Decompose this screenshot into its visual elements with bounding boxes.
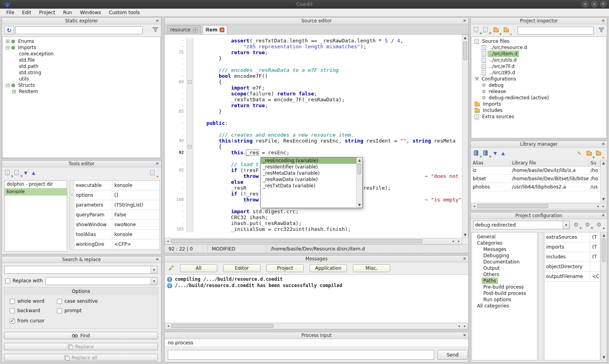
completion-item[interactable]: _resMetaData (variable) (261, 170, 356, 176)
code-line[interactable]: 92 this._res = resEnc; (165, 150, 462, 155)
checkbox-box[interactable] (5, 278, 10, 284)
tree-item-std-string[interactable]: std.string (3, 70, 160, 76)
checkbox-box[interactable] (10, 299, 15, 304)
replace-button[interactable]: Replace (4, 343, 158, 350)
code-line[interactable]: · public: (165, 120, 462, 126)
close-icon[interactable]: ✕ (155, 18, 160, 23)
expander-icon[interactable]: − (6, 46, 9, 49)
filter-button-misc[interactable]: Misc. (353, 264, 390, 272)
column-header-alias[interactable]: Alias (471, 160, 510, 166)
completion-item[interactable]: _resIdentifier (variable) (261, 164, 356, 170)
filter-button-project[interactable]: Project (266, 264, 304, 272)
maximize-icon[interactable]: ∧ (591, 1, 598, 7)
tree-item-debug-redirected-active[interactable]: ⚙debug-redirected (active) (471, 95, 606, 101)
tab-close-icon[interactable]: ✕ (193, 27, 198, 32)
library-from-folder-button[interactable]: + (587, 151, 594, 157)
scroll-down-icon[interactable]: ▼ (601, 196, 606, 202)
tree-item-src-resource-d[interactable]: ../src/resource.d (471, 44, 606, 51)
move-library-up-button[interactable]: ▲ (501, 150, 508, 157)
tree-item-includes[interactable]: Includes (471, 107, 606, 113)
library-row-phobos[interactable]: phobos/usr/lib64/libphobos2.a/us (471, 183, 600, 191)
scroll-down-icon[interactable]: ▼ (462, 232, 468, 238)
menu-item-windows[interactable]: Windows (76, 9, 105, 16)
expander-icon[interactable]: − (6, 84, 9, 87)
add-library-button[interactable]: + (474, 150, 481, 157)
tab-item[interactable]: item✕ (202, 25, 228, 34)
remove-library-button[interactable]: ✕ (483, 150, 490, 157)
fold-marker-icon[interactable]: − (188, 80, 191, 84)
list-item-konsole[interactable]: konsole (5, 188, 67, 196)
config-vertical-scrollbar[interactable]: ▲ ▼ (601, 232, 607, 360)
property-row-showwindow[interactable]: showWindowswoNone (70, 220, 160, 230)
scroll-right-icon[interactable]: ▸ (462, 323, 468, 329)
project-inspector-header[interactable]: Project inspector ✕ (471, 18, 607, 24)
property-row-toolalias[interactable]: toolAliaskonsole (70, 230, 160, 240)
list-item-dolphin-project-dir[interactable]: dolphin - project dir (5, 181, 67, 188)
scroll-up-icon[interactable]: ▲ (462, 35, 468, 40)
column-header-library-file[interactable]: Library file (510, 160, 589, 166)
property-row-parameters[interactable]: parameters(TStringList) (70, 200, 160, 210)
library-row-iz[interactable]: iz/home/basile/Dev/Iz/lib/iz.a/ho (471, 166, 600, 175)
add-configuration-button[interactable]: ⚙+ (574, 222, 581, 228)
search-replace-header[interactable]: Search & replace ✕ (2, 256, 161, 263)
checkbox-from-cursor[interactable]: from cursor (10, 318, 44, 324)
close-icon[interactable]: ✕ (601, 18, 606, 23)
chevron-down-icon[interactable]: ▾ (150, 266, 157, 273)
property-row-queryparam[interactable]: queryParamFalse (70, 210, 160, 220)
code-line[interactable]: 75 return true; (165, 49, 462, 55)
remove-tool-button[interactable]: ✕ (15, 170, 22, 176)
scrollbar-thumb[interactable] (171, 324, 273, 328)
code-line[interactable]: · /// encodes _resRawData to a e7F strin… (165, 67, 462, 73)
add-tool-button[interactable]: + (5, 170, 12, 176)
replace-all-button[interactable]: Replace all (4, 354, 158, 361)
symbol-filter-input[interactable] (15, 26, 143, 34)
project-configuration-header[interactable]: Project configuration ✕ (471, 212, 607, 219)
tree-item-output[interactable]: Output (472, 265, 537, 271)
property-value[interactable]: (T (590, 242, 600, 252)
library-manager-header[interactable]: Library manager ✕ (471, 141, 607, 148)
tree-item-all-categories[interactable]: All categories (472, 303, 537, 309)
property-value[interactable]: (T (590, 252, 600, 262)
filter-button-editor[interactable]: Editor (223, 264, 260, 272)
tree-item-src-z85-d[interactable]: ../src/z85.d (471, 70, 606, 76)
property-row-options[interactable]: ›options[] (70, 190, 160, 200)
scroll-right-icon[interactable]: ▸ (601, 203, 606, 209)
tab-resource[interactable]: resource✕ (167, 25, 201, 34)
tree-item-run-options[interactable]: Run options (472, 296, 537, 303)
find-button[interactable]: Find (4, 332, 158, 339)
scroll-left-icon[interactable]: ◂ (165, 238, 171, 244)
checkbox-backward[interactable]: backward (10, 308, 40, 313)
checkbox-box[interactable] (57, 299, 62, 304)
code-line[interactable]: · (165, 126, 462, 132)
config-property-outputfilename[interactable]: outputFilename<C (545, 272, 600, 282)
column-header-su[interactable]: Su (589, 160, 600, 166)
tree-item-imports[interactable]: Imports (471, 101, 606, 107)
remove-configuration-button[interactable]: ⚙✕ (585, 222, 592, 228)
library-vertical-scrollbar[interactable]: ▲ ▼ (600, 160, 607, 202)
tree-item-general[interactable]: General (472, 234, 537, 240)
scroll-up-icon[interactable]: ▲ (601, 160, 606, 166)
messages-horizontal-scrollbar[interactable]: ◂ ◂ ▸ (165, 323, 468, 329)
scroll-left-icon[interactable]: ◂ (471, 203, 477, 209)
property-value[interactable]: (T (590, 232, 600, 242)
configuration-select[interactable]: debug-redirected ▾ (473, 221, 570, 229)
property-value[interactable]: <CFP> (112, 240, 160, 249)
tree-item-documentation[interactable]: Documentation (472, 259, 537, 265)
config-property-extrasources[interactable]: extraSources(T (545, 232, 600, 242)
open-library-button[interactable]: ▸ (596, 151, 603, 157)
checkbox-box[interactable] (10, 318, 15, 324)
code-line[interactable]: · CRC32 ihash; (165, 214, 462, 220)
code-line[interactable]: · _resTxtData = encode_7F(_resRawData); (165, 97, 462, 102)
replace-with-check[interactable]: Replace with (5, 278, 43, 284)
menu-item-run[interactable]: Run (59, 9, 76, 16)
scrollbar-thumb[interactable] (602, 238, 605, 262)
close-window-icon[interactable]: ✕ (600, 1, 607, 7)
add-source-button[interactable]: + (474, 27, 481, 33)
menu-item-file[interactable]: File (2, 9, 18, 16)
scroll-up-icon[interactable]: ▲ (601, 232, 607, 238)
property-value[interactable] (590, 262, 600, 271)
move-tool-up-button[interactable]: ▲ (32, 170, 39, 176)
scrollbar-thumb[interactable] (477, 204, 548, 208)
menu-item-custom-tools[interactable]: Custom tools (105, 9, 144, 16)
tree-item-categories[interactable]: Categories (472, 240, 537, 246)
